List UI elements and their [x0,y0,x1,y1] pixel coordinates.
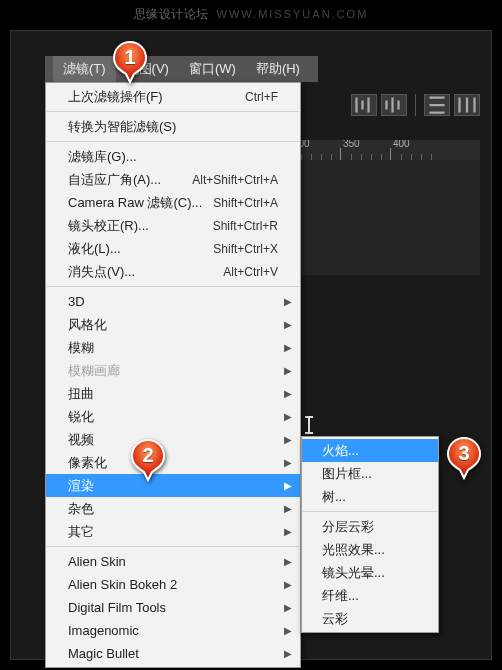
render-submenu: 火焰...图片框...树...分层云彩光照效果...镜头光晕...纤维...云彩 [301,436,439,633]
menu-item[interactable]: 上次滤镜操作(F)Ctrl+F [46,85,300,108]
submenu-item-label: 分层云彩 [322,518,374,536]
menu-item[interactable]: 液化(L)...Shift+Ctrl+X [46,237,300,260]
menu-item-label: Alien Skin Bokeh 2 [68,577,177,592]
menu-item-label: 锐化 [68,408,94,426]
menu-item[interactable]: 杂色▶ [46,497,300,520]
canvas-area [290,160,480,275]
submenu-arrow-icon: ▶ [284,602,292,613]
menu-item[interactable]: 锐化▶ [46,405,300,428]
submenu-item[interactable]: 图片框... [302,462,438,485]
menu-item-shortcut: Alt+Shift+Ctrl+A [192,173,278,187]
menu-separator [47,286,299,287]
submenu-item[interactable]: 树... [302,485,438,508]
menu-item[interactable]: 3D▶ [46,290,300,313]
submenu-item-label: 云彩 [322,610,348,628]
submenu-arrow-icon: ▶ [284,457,292,468]
menu-item[interactable]: 渲染▶ [46,474,300,497]
badge-number: 1 [112,46,148,69]
menu-item[interactable]: Imagenomic▶ [46,619,300,642]
submenu-item-label: 火焰... [322,442,359,460]
menu-item[interactable]: 其它▶ [46,520,300,543]
submenu-item-label: 镜头光晕... [322,564,385,582]
submenu-item-label: 纤维... [322,587,359,605]
submenu-arrow-icon: ▶ [284,480,292,491]
menu-item-label: Camera Raw 滤镜(C)... [68,194,202,212]
watermark: 思缘设计论坛 WWW.MISSYUAN.COM [0,6,502,23]
menu-item-label: 液化(L)... [68,240,121,258]
menu-item-label: 转换为智能滤镜(S) [68,118,176,136]
menu-item-label: 上次滤镜操作(F) [68,88,163,106]
submenu-arrow-icon: ▶ [284,296,292,307]
menu-item[interactable]: 扭曲▶ [46,382,300,405]
menu-item-label: 渲染 [68,477,94,495]
submenu-item[interactable]: 分层云彩 [302,515,438,538]
menu-item[interactable]: 模糊▶ [46,336,300,359]
menu-item-label: Digital Film Tools [68,600,166,615]
menu-item-label: 模糊 [68,339,94,357]
menu-item[interactable]: 视频▶ [46,428,300,451]
options-bar-icons [351,94,480,116]
menu-item: 模糊画廊▶ [46,359,300,382]
toolbar-separator [415,94,416,116]
ruler-tick: 400 [390,148,440,160]
menu-separator [47,546,299,547]
menu-item[interactable]: Alien Skin▶ [46,550,300,573]
menu-separator [47,141,299,142]
distribute-icon-2[interactable] [454,94,480,116]
menu-item-shortcut: Ctrl+F [245,90,278,104]
menu-item-label: 视频 [68,431,94,449]
menu-item-label: 自适应广角(A)... [68,171,161,189]
menu-item[interactable]: 消失点(V)...Alt+Ctrl+V [46,260,300,283]
filter-menu-dropdown: 上次滤镜操作(F)Ctrl+F转换为智能滤镜(S)滤镜库(G)...自适应广角(… [45,82,301,668]
menu-item-label: 镜头校正(R)... [68,217,149,235]
menu-item-shortcut: Shift+Ctrl+A [213,196,278,210]
menu-item-label: 滤镜库(G)... [68,148,137,166]
menu-item[interactable]: 转换为智能滤镜(S) [46,115,300,138]
menu-item-shortcut: Shift+Ctrl+R [213,219,278,233]
submenu-item-label: 光照效果... [322,541,385,559]
menu-item[interactable]: Alien Skin Bokeh 2▶ [46,573,300,596]
menu-item[interactable]: 像素化▶ [46,451,300,474]
menubar: 滤镜(T)视图(V)窗口(W)帮助(H) [45,56,318,82]
submenu-item[interactable]: 纤维... [302,584,438,607]
submenu-item[interactable]: 火焰... [302,439,438,462]
menu-item-label: Magic Bullet [68,646,139,661]
menu-separator [303,511,437,512]
menu-help[interactable]: 帮助(H) [246,56,310,82]
menu-window[interactable]: 窗口(W) [179,56,246,82]
align-icon-1[interactable] [351,94,377,116]
submenu-item[interactable]: 云彩 [302,607,438,630]
submenu-item[interactable]: 光照效果... [302,538,438,561]
menu-item-label: 消失点(V)... [68,263,135,281]
badge-number: 2 [130,444,166,467]
callout-badge-1: 1 [112,40,148,84]
menu-item-label: 其它 [68,523,94,541]
text-cursor-icon [305,416,313,434]
menu-item[interactable]: Digital Film Tools▶ [46,596,300,619]
submenu-item[interactable]: 镜头光晕... [302,561,438,584]
menu-item-label: Alien Skin [68,554,126,569]
menu-item[interactable]: 自适应广角(A)...Alt+Shift+Ctrl+A [46,168,300,191]
submenu-item-label: 图片框... [322,465,372,483]
menu-item[interactable]: Magic Bullet▶ [46,642,300,665]
submenu-arrow-icon: ▶ [284,556,292,567]
submenu-arrow-icon: ▶ [284,365,292,376]
horizontal-ruler: 300350400 [290,140,480,160]
menu-item-shortcut: Shift+Ctrl+X [213,242,278,256]
distribute-icon-1[interactable] [424,94,450,116]
menu-item[interactable]: 风格化▶ [46,313,300,336]
submenu-arrow-icon: ▶ [284,388,292,399]
submenu-item-label: 树... [322,488,346,506]
submenu-arrow-icon: ▶ [284,625,292,636]
submenu-arrow-icon: ▶ [284,319,292,330]
menu-item-label: 像素化 [68,454,107,472]
submenu-arrow-icon: ▶ [284,434,292,445]
menu-item-label: 模糊画廊 [68,362,120,380]
menu-item[interactable]: 镜头校正(R)...Shift+Ctrl+R [46,214,300,237]
submenu-arrow-icon: ▶ [284,526,292,537]
align-icon-2[interactable] [381,94,407,116]
badge-number: 3 [446,442,482,465]
menu-filter[interactable]: 滤镜(T) [53,56,116,82]
menu-item[interactable]: 滤镜库(G)... [46,145,300,168]
menu-item[interactable]: Camera Raw 滤镜(C)...Shift+Ctrl+A [46,191,300,214]
